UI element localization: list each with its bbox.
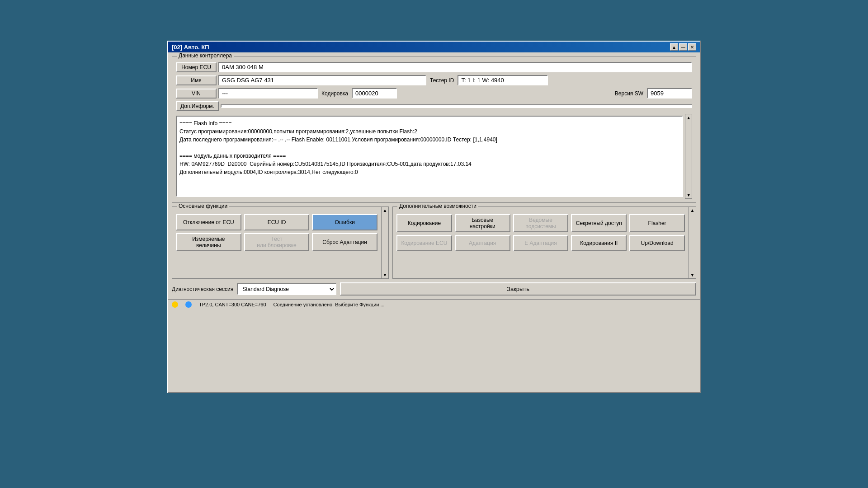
e-adaptation-button: E Адаптация [513, 235, 569, 251]
tester-id-label: Тестер ID [428, 77, 456, 84]
basic-scroll-up-arrow[interactable]: ▲ [383, 208, 387, 213]
extra-functions-group: Дополнительные возможности ▲ ▼ Кодирован… [392, 206, 696, 279]
main-window: [02] Авто. КП ▲ — ✕ Данные контроллера Н… [167, 41, 701, 393]
extra-func-scrollbar[interactable]: ▲ ▼ [689, 207, 696, 278]
status-icon-blue [185, 301, 192, 308]
flash-info-text: ==== Flash Info ==== Статус программиров… [179, 119, 679, 176]
up-download-button[interactable]: Up/Download [629, 235, 685, 251]
basic-func-scrollbar[interactable]: ▲ ▼ [381, 207, 388, 278]
connection-info: TP2.0, CANT=300 CANE=760 [199, 302, 266, 307]
scroll-up-arrow[interactable]: ▲ [686, 115, 691, 120]
vin-row: VIN --- Кодировка 0000020 Версия SW 9059 [176, 88, 692, 99]
extra-scroll-down-arrow[interactable]: ▼ [690, 272, 695, 277]
basic-functions-title: Основные функции [177, 203, 229, 209]
reset-adapt-button[interactable]: Сброс Адаптации [312, 233, 377, 251]
vin-label: VIN [176, 89, 217, 99]
name-value: GSG DSG AG7 431 [218, 75, 426, 85]
status-icon-yellow [172, 301, 178, 308]
window-content: Данные контроллера Номер ECU 0AM 300 048… [168, 52, 700, 299]
bottom-section: Основные функции ▲ ▼ Отключение от ECU E… [172, 206, 696, 279]
name-label: Имя [176, 75, 217, 85]
errors-button[interactable]: Ошибки [312, 214, 377, 230]
controller-data-title: Данные контроллера [177, 52, 234, 59]
name-row: Имя GSG DSG AG7 431 Тестер ID T: 1 I: 1 … [176, 75, 692, 85]
basic-functions-group: Основные функции ▲ ▼ Отключение от ECU E… [172, 206, 389, 279]
basic-scroll-down-arrow[interactable]: ▼ [383, 272, 387, 277]
vin-value: --- [218, 88, 318, 99]
flash-info-box: ==== Flash Info ==== Статус программиров… [176, 116, 683, 197]
coding-ecu-button: Кодирование ЕСU [396, 235, 452, 251]
extra-scroll-up-arrow[interactable]: ▲ [690, 208, 695, 213]
ecu-label: Номер ECU [176, 62, 217, 72]
info-scrollbar[interactable]: ▲ ▼ [685, 114, 692, 199]
close-main-button[interactable]: Закрыть [340, 282, 696, 296]
flash-info-container: ==== Flash Info ==== Статус программиров… [176, 114, 692, 199]
version-sw-value: 9059 [647, 88, 692, 99]
basic-functions-content: Отключение от ECU ECU ID Ошибки Измеряем… [172, 207, 388, 255]
status-bar: TP2.0, CANT=300 CANE=760 Соединение уста… [168, 299, 700, 310]
adaptation-button: Адаптация [455, 235, 510, 251]
base-settings-button[interactable]: Базовые настройки [455, 214, 510, 232]
ecu-row: Номер ECU 0AM 300 048 M [176, 62, 692, 72]
coding-ii-button[interactable]: Кодирования II [571, 235, 627, 251]
ecu-value: 0AM 300 048 M [218, 62, 692, 72]
status-message: Соединение установлено. Выберите Функции… [274, 302, 385, 307]
extra-functions-title: Дополнительные возможности [397, 203, 478, 209]
minimize-button[interactable]: ▲ [670, 43, 678, 51]
title-bar-controls: ▲ — ✕ [670, 43, 696, 51]
session-select[interactable]: Standard Diagnose Extended Diagnose Deve… [237, 283, 336, 295]
controller-data-group: Данные контроллера Номер ECU 0AM 300 048… [172, 56, 696, 203]
dop-inform-value [221, 104, 692, 108]
title-bar: [02] Авто. КП ▲ — ✕ [168, 42, 700, 52]
test-button: Тестили блокировке [244, 233, 310, 251]
kodirova-value: 0000020 [352, 88, 397, 99]
controller-data-content: Номер ECU 0AM 300 048 M Имя GSG DSG AG7 … [172, 56, 696, 202]
kodirova-label: Кодировка [320, 90, 350, 97]
flasher-button[interactable]: Flasher [629, 214, 685, 232]
close-button[interactable]: ✕ [688, 43, 696, 51]
dop-inform-row: Доп.Информ. [176, 101, 692, 111]
measured-button[interactable]: Измеряемые величины [176, 233, 241, 251]
bottom-bar: Диагностическая сессия Standard Diagnose… [172, 282, 696, 296]
coding-button[interactable]: Кодирование [396, 214, 452, 232]
extra-functions-content: Кодирование Базовые настройки Ведомые по… [393, 207, 696, 255]
version-sw-label: Версия SW [613, 90, 645, 97]
tester-id-value: T: 1 I: 1 W: 4940 [458, 75, 548, 85]
ecu-id-button[interactable]: ECU ID [244, 214, 310, 230]
session-label: Диагностическая сессия [172, 286, 233, 292]
restore-button[interactable]: — [679, 43, 687, 51]
disconnect-ecu-button[interactable]: Отключение от ECU [176, 214, 241, 230]
dop-inform-label: Доп.Информ. [176, 101, 219, 111]
scroll-down-arrow[interactable]: ▼ [686, 192, 691, 197]
window-title: [02] Авто. КП [172, 44, 209, 51]
subsystems-button: Ведомые подсистемы [513, 214, 569, 232]
secret-access-button[interactable]: Секретный доступ [571, 214, 627, 232]
